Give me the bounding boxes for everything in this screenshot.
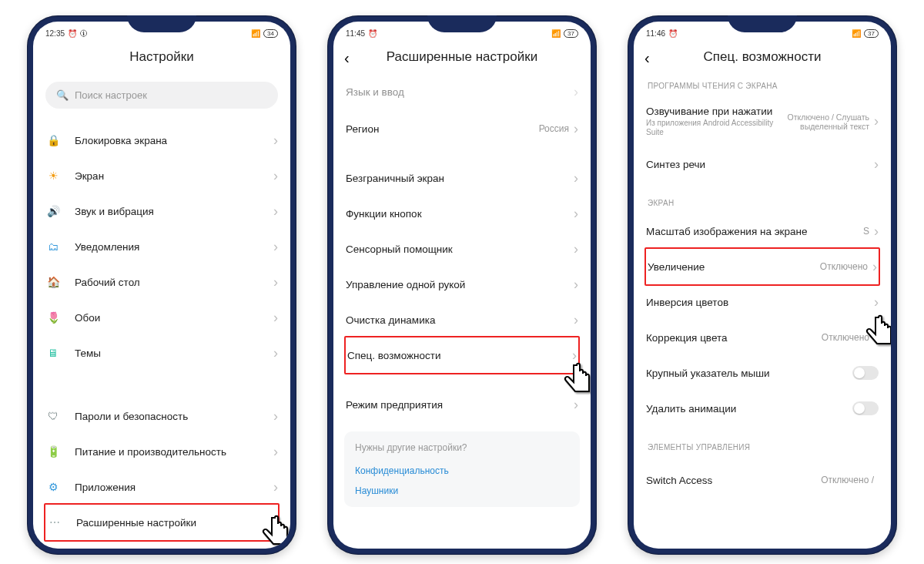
- hint-link-headphones[interactable]: Наушники: [355, 481, 569, 501]
- alarm-icon: ⏰: [68, 29, 77, 38]
- row-switch-access[interactable]: Switch AccessОтключено /: [634, 458, 891, 493]
- row-display[interactable]: ☀Экран›: [33, 158, 290, 193]
- chevron-right-icon: ›: [574, 121, 578, 137]
- hint-link-privacy[interactable]: Конфиденциальность: [355, 461, 569, 481]
- header: Настройки: [33, 42, 290, 76]
- hint-box: Нужны другие настройки? Конфиденциальнос…: [344, 431, 580, 507]
- section-screen-readers: ПРОГРАММЫ ЧТЕНИЯ С ЭКРАНА: [634, 76, 891, 96]
- back-button[interactable]: ‹: [344, 49, 350, 67]
- row-talkback[interactable]: Озвучивание при нажатии Из приложения An…: [634, 96, 891, 146]
- section-display: ЭКРАН: [634, 193, 891, 213]
- chevron-right-icon: ›: [574, 397, 578, 413]
- page-title: Спец. возможности: [646, 49, 879, 65]
- home-icon: 🏠: [45, 274, 61, 290]
- status-time: 12:35: [45, 29, 65, 38]
- chevron-right-icon: ›: [273, 274, 278, 290]
- highlight-advanced-settings: ⋯Расширенные настройки›: [44, 503, 280, 542]
- chevron-right-icon: ›: [574, 206, 578, 222]
- row-magnification[interactable]: УвеличениеОтключено›: [646, 249, 879, 284]
- row-wallpaper[interactable]: 🌷Обои›: [33, 300, 290, 335]
- screen-1: 12:35 ⏰ 🛈 📶 34 Настройки 🔍 Поиск настрое…: [33, 22, 290, 549]
- chevron-right-icon: ›: [273, 310, 278, 326]
- row-fullscreen[interactable]: Безграничный экран›: [333, 160, 591, 196]
- toggle-off[interactable]: [852, 366, 879, 380]
- chevron-right-icon: ›: [273, 444, 278, 460]
- row-button-shortcuts[interactable]: Функции кнопок›: [333, 196, 591, 231]
- row-passwords-security[interactable]: 🛡Пароли и безопасность›: [33, 398, 290, 434]
- row-apps[interactable]: ⚙Приложения›: [33, 469, 290, 505]
- page-title: Настройки: [45, 49, 278, 65]
- row-lock-screen[interactable]: 🔒Блокировка экрана›: [33, 123, 290, 158]
- alarm-icon: ⏰: [668, 29, 678, 38]
- chevron-right-icon: ›: [872, 259, 877, 275]
- search-input[interactable]: 🔍 Поиск настроек: [45, 82, 278, 109]
- alarm-icon: ⏰: [368, 29, 377, 38]
- more-icon: ⋯: [47, 515, 62, 530]
- back-button[interactable]: ‹: [644, 49, 650, 67]
- gear-icon: ⚙: [45, 479, 61, 495]
- row-sound[interactable]: 🔊Звук и вибрация›: [33, 193, 290, 229]
- row-remove-animations[interactable]: Удалить анимации: [634, 391, 891, 426]
- chevron-right-icon: ›: [574, 312, 578, 328]
- sound-icon: 🔊: [45, 203, 61, 219]
- header: ‹ Расширенные настройки: [333, 42, 591, 76]
- toggle-off[interactable]: [852, 401, 879, 415]
- row-language-input[interactable]: Язык и ввод›: [333, 76, 591, 111]
- battery-icon: 🔋: [45, 444, 61, 459]
- battery-badge: 37: [564, 29, 578, 38]
- chevron-right-icon: ›: [273, 168, 278, 184]
- phone-frame-1: 12:35 ⏰ 🛈 📶 34 Настройки 🔍 Поиск настрое…: [27, 15, 296, 555]
- chevron-right-icon: ›: [273, 203, 278, 220]
- row-home-screen[interactable]: 🏠Рабочий стол›: [33, 264, 290, 300]
- chevron-right-icon: ›: [874, 113, 879, 129]
- search-placeholder: Поиск настроек: [75, 89, 147, 101]
- row-color-correction[interactable]: Коррекция цветаОтключено›: [634, 320, 891, 355]
- chevron-right-icon: ›: [874, 156, 879, 173]
- settings-list: 🔒Блокировка экрана› ☀Экран› 🔊Звук и вибр…: [33, 123, 290, 542]
- notch: [427, 15, 497, 32]
- notch: [728, 15, 797, 32]
- row-region[interactable]: РегионРоссия›: [333, 111, 591, 146]
- chevron-right-icon: ›: [272, 515, 276, 531]
- lock-icon: 🔒: [45, 133, 61, 148]
- screen-3: 11:46⏰ 📶37 ‹ Спец. возможности ПРОГРАММЫ…: [634, 22, 891, 549]
- phone-frame-2: 11:45⏰ 📶37 ‹ Расширенные настройки Язык …: [327, 15, 597, 555]
- signal-icon: 📶: [251, 29, 260, 38]
- notch: [127, 15, 196, 32]
- page-title: Расширенные настройки: [346, 49, 578, 65]
- chevron-right-icon: ›: [574, 170, 578, 186]
- row-enterprise-mode[interactable]: Режим предприятия›: [333, 387, 591, 422]
- highlight-magnification: УвеличениеОтключено›: [644, 247, 880, 286]
- theme-icon: 🖥: [45, 345, 61, 361]
- chevron-right-icon: ›: [574, 241, 578, 257]
- chevron-right-icon: ›: [574, 277, 578, 293]
- battery-badge: 37: [864, 29, 879, 38]
- row-advanced-settings[interactable]: ⋯Расширенные настройки›: [45, 505, 278, 540]
- battery-badge: 34: [263, 29, 278, 38]
- chevron-right-icon: ›: [273, 239, 278, 255]
- accessibility-list: ПРОГРАММЫ ЧТЕНИЯ С ЭКРАНА Озвучивание пр…: [634, 76, 891, 493]
- header: ‹ Спец. возможности: [634, 42, 891, 76]
- row-themes[interactable]: 🖥Темы›: [33, 335, 290, 371]
- row-tts[interactable]: Синтез речи›: [634, 146, 891, 182]
- row-one-handed[interactable]: Управление одной рукой›: [333, 267, 591, 302]
- row-large-pointer[interactable]: Крупный указатель мыши: [634, 355, 891, 391]
- row-speaker-cleaner[interactable]: Очистка динамика›: [333, 302, 591, 337]
- row-battery-perf[interactable]: 🔋Питание и производительность›: [33, 434, 290, 469]
- row-accessibility[interactable]: Спец. возможности›: [346, 337, 578, 373]
- chevron-right-icon: ›: [574, 84, 578, 100]
- row-notifications[interactable]: 🗂Уведомления›: [33, 229, 290, 264]
- chevron-right-icon: ›: [273, 479, 278, 495]
- chevron-right-icon: ›: [572, 347, 577, 364]
- chevron-right-icon: ›: [273, 133, 278, 149]
- shield-icon: 🛡: [45, 408, 61, 424]
- status-time: 11:45: [346, 29, 365, 38]
- row-display-scale[interactable]: Масштаб изображения на экранеS›: [634, 213, 891, 249]
- row-quick-ball[interactable]: Сенсорный помощник›: [333, 231, 591, 267]
- chevron-right-icon: ›: [273, 345, 278, 361]
- chevron-right-icon: ›: [273, 408, 278, 425]
- row-color-inversion[interactable]: Инверсия цветов›: [634, 284, 891, 320]
- section-controls: ЭЛЕМЕНТЫ УПРАВЛЕНИЯ: [634, 437, 891, 458]
- bell-icon: 🗂: [45, 239, 61, 254]
- chevron-right-icon: ›: [874, 223, 879, 240]
